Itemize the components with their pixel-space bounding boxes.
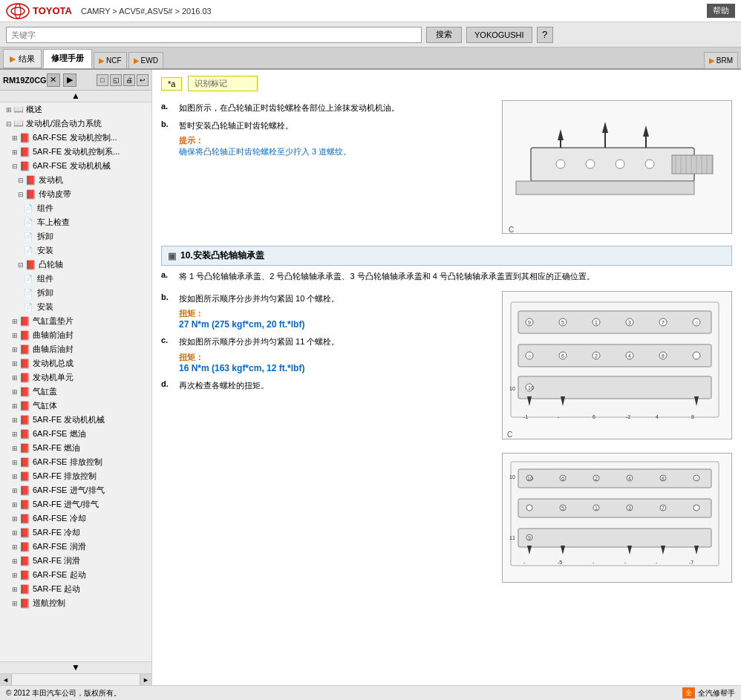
scroll-right-btn[interactable]: ► <box>140 674 151 685</box>
step-a-top-text-col: a. 如图所示，在凸轮轴正时齿轮螺栓各部位上涂抹发动机机油。 b. 暂时安装凸轮… <box>161 97 489 240</box>
sidebar-item-5arfe-cooling[interactable]: ⊞ 📕 5AR-FE 冷却 <box>0 526 151 540</box>
sidebar-item-6arfse-lube[interactable]: ⊞ 📕 6AR-FSE 润滑 <box>0 540 151 554</box>
scroll-left-btn[interactable]: ◄ <box>0 674 12 685</box>
doc-icon: 📄 <box>24 246 33 255</box>
expand-icon: ⊞ <box>12 445 18 452</box>
top-bar: TOYOTA CAMRY > ACV5#,ASV5# > 2016.03 帮助 <box>0 0 741 22</box>
sidebar-item-overview[interactable]: ⊞ 📖 概述 <box>0 102 151 117</box>
footer-copyright: © 2012 丰田汽车公司，版权所有。 <box>6 688 121 699</box>
sidebar-item-6arfse-fuel[interactable]: ⊞ 📕 6AR-FSE 燃油 <box>0 427 151 441</box>
sidebar-item-5arfe-emission[interactable]: ⊞ 📕 5AR-FE 排放控制 <box>0 469 151 483</box>
step-b-s10-text-col: b. 按如图所示顺序分步并均匀紧固 10 个螺栓。 扭矩： 27 N*m (27… <box>161 288 489 589</box>
red-book-icon: 📕 <box>19 373 30 383</box>
sidebar-item-removal1[interactable]: 📄 拆卸 <box>0 229 151 243</box>
red-book-icon: 📕 <box>19 598 30 609</box>
svg-text:8: 8 <box>691 414 694 419</box>
tree-hscroll[interactable]: ◄ ► <box>0 673 151 685</box>
sidebar-item-5arfe-start[interactable]: ⊞ 📕 5AR-FE 起动 <box>0 582 151 596</box>
sidebar-item-components1[interactable]: 📄 组件 <box>0 201 151 215</box>
svg-text:11: 11 <box>509 535 515 540</box>
sidebar-item-head-gasket[interactable]: ⊞ 📕 气缸盖垫片 <box>0 314 151 328</box>
svg-point-7 <box>645 160 654 169</box>
svg-text:7: 7 <box>662 506 665 511</box>
expand-icon: ⊞ <box>12 572 18 579</box>
sidebar-item-6arfse-intake[interactable]: ⊞ 📕 6AR-FSE 进气/排气 <box>0 483 151 497</box>
sidebar-item-label: 6AR-FSE 起动 <box>33 569 86 580</box>
step-a-text: 如图所示，在凸轮轴正时齿轮螺栓各部位上涂抹发动机机油。 <box>179 102 489 115</box>
red-book-icon: 📕 <box>19 471 30 482</box>
sidebar-item-6arfse-start[interactable]: ⊞ 📕 6AR-FSE 起动 <box>0 568 151 582</box>
step-b-s10-text: 按如图所示顺序分步并均匀紧固 10 个螺栓。 <box>179 292 489 306</box>
sidebar-item-engine-system[interactable]: ⊟ 📖 发动机/混合动力系统 <box>0 117 151 131</box>
sidebar-item-drivebelt[interactable]: ⊟ 📕 传动皮带 <box>0 187 151 201</box>
sidebar-item-5arfe-intake[interactable]: ⊞ 📕 5AR-FE 进气/排气 <box>0 497 151 511</box>
sidebar-item-6arfse-control[interactable]: ⊞ 📕 6AR-FSE 发动机控制... <box>0 131 151 145</box>
sidebar-item-5arfe-lube[interactable]: ⊞ 📕 5AR-FE 润滑 <box>0 554 151 568</box>
sidebar-item-cylinder-block[interactable]: ⊞ 📕 气缸体 <box>0 399 151 413</box>
sidebar-item-6arfse-emission[interactable]: ⊞ 📕 6AR-FSE 排放控制 <box>0 455 151 469</box>
red-book-icon: 📕 <box>19 485 30 496</box>
svg-text:3: 3 <box>628 506 631 511</box>
content-area[interactable]: *a 识别标记 a. 如图所示，在凸轮轴正时齿轮螺栓各部位上涂抹发动机机油。 b… <box>152 70 741 685</box>
bearing-cap-svg2: 10 6 2 4 8 ○ 5 <box>507 458 726 573</box>
sidebar-print[interactable]: 🖨 <box>123 74 135 86</box>
bolt-diagram-svg <box>509 107 728 222</box>
svg-point-4 <box>556 160 565 169</box>
sidebar-item-engine-assy[interactable]: ⊞ 📕 发动机总成 <box>0 356 151 370</box>
sidebar-item-components2[interactable]: 📄 组件 <box>0 272 151 286</box>
scroll-down-icon: ▼ <box>71 662 80 673</box>
sidebar-minimize[interactable]: □ <box>97 74 108 86</box>
step-b-s10-letter: b. <box>161 292 173 301</box>
sidebar-item-6arfse-cooling[interactable]: ⊞ 📕 6AR-FSE 冷却 <box>0 511 151 526</box>
sidebar-item-oncar-check[interactable]: 📄 车上检查 <box>0 215 151 229</box>
sidebar-item-cylinder-head[interactable]: ⊞ 📕 气缸盖 <box>0 385 151 399</box>
sidebar-item-install1[interactable]: 📄 安装 <box>0 243 151 258</box>
sidebar-item-engine[interactable]: ⊟ 📕 发动机 <box>0 173 151 187</box>
search-input[interactable] <box>6 27 422 43</box>
sidebar-back[interactable]: ↩ <box>137 74 148 86</box>
tab-result[interactable]: ▶ 结果 <box>3 49 42 68</box>
tab-brm[interactable]: ▶ BRM <box>704 52 738 68</box>
bearing-cap-image2: 10 6 2 4 8 ○ 5 <box>502 453 732 583</box>
tab-repair-manual[interactable]: 修理手册 <box>43 49 92 68</box>
svg-text:5: 5 <box>561 506 564 511</box>
tree-scroll-down[interactable]: ▼ <box>0 661 151 673</box>
sidebar-item-crank-rear-seal[interactable]: ⊞ 📕 曲轴后油封 <box>0 342 151 356</box>
sidebar-restore[interactable]: ◱ <box>110 74 122 86</box>
sidebar-expand-button[interactable]: ▶ <box>63 73 76 87</box>
question-icon-button[interactable]: ? <box>537 27 553 43</box>
sidebar-item-5arfe-mech[interactable]: ⊞ 📕 5AR-FE 发动机机械 <box>0 413 151 427</box>
search-button[interactable]: 搜索 <box>426 27 462 43</box>
sidebar-item-camshaft[interactable]: ⊟ 📕 凸轮轴 <box>0 258 151 272</box>
help-button[interactable]: 帮助 <box>707 4 735 18</box>
svg-marker-19 <box>602 122 608 133</box>
yokogushi-button[interactable]: YOKOGUSHI <box>466 27 532 43</box>
sidebar-item-removal2[interactable]: 📄 拆卸 <box>0 286 151 300</box>
svg-marker-21 <box>643 125 649 137</box>
image-c-label: C <box>509 226 725 234</box>
footer-logo-icon: 全 <box>682 687 695 699</box>
tab-ncf[interactable]: ▶ NCF <box>94 52 127 68</box>
step-b-s10-content: 按如图所示顺序分步并均匀紧固 10 个螺栓。 扭矩： 27 N*m (275 k… <box>179 292 489 330</box>
sidebar-item-install2[interactable]: 📄 安装 <box>0 300 151 314</box>
sidebar-item-engine-unit[interactable]: ⊞ 📕 发动机单元 <box>0 370 151 385</box>
sidebar-item-cruise[interactable]: ⊞ 📕 巡航控制 <box>0 596 151 610</box>
tree-scroll-up[interactable]: ▲ <box>0 91 151 102</box>
step-c-s10-row: c. 按如图所示顺序分步并均匀紧固 11 个螺栓。 扭矩： 16 N*m (16… <box>161 336 489 373</box>
sidebar-item-crank-front-seal[interactable]: ⊞ 📕 曲轴前油封 <box>0 328 151 342</box>
tab-ewd[interactable]: ▶ EWD <box>128 52 163 68</box>
svg-text:8: 8 <box>662 353 665 359</box>
sidebar-item-5arfe-control[interactable]: ⊞ 📕 5AR-FE 发动机控制系... <box>0 145 151 159</box>
section-icon: ▣ <box>168 251 176 261</box>
sidebar-tree: ⊞ 📖 概述 ⊟ 📖 发动机/混合动力系统 ⊞ 📕 6AR-FSE 发动机控制.… <box>0 102 151 661</box>
sidebar-item-label: 发动机 <box>39 174 63 186</box>
svg-point-50 <box>693 352 700 359</box>
sidebar-item-5arfe-fuel[interactable]: ⊞ 📕 5AR-FE 燃油 <box>0 441 151 455</box>
sidebar-tree-container: RM19Z0CG ✕ ▶ □ ◱ 🖨 ↩ ▲ ⊞ � <box>0 70 151 685</box>
sidebar-item-label: 组件 <box>37 203 53 214</box>
sidebar-close-button[interactable]: ✕ <box>47 73 60 87</box>
tab-ewd-label: EWD <box>141 56 158 65</box>
torque-block-c: 扭矩： 16 N*m (163 kgf*cm, 12 ft.*lbf) <box>179 352 489 373</box>
sidebar-item-6arfse-mech[interactable]: ⊟ 📕 6AR-FSE 发动机机械 <box>0 159 151 173</box>
svg-text:9: 9 <box>528 320 531 325</box>
